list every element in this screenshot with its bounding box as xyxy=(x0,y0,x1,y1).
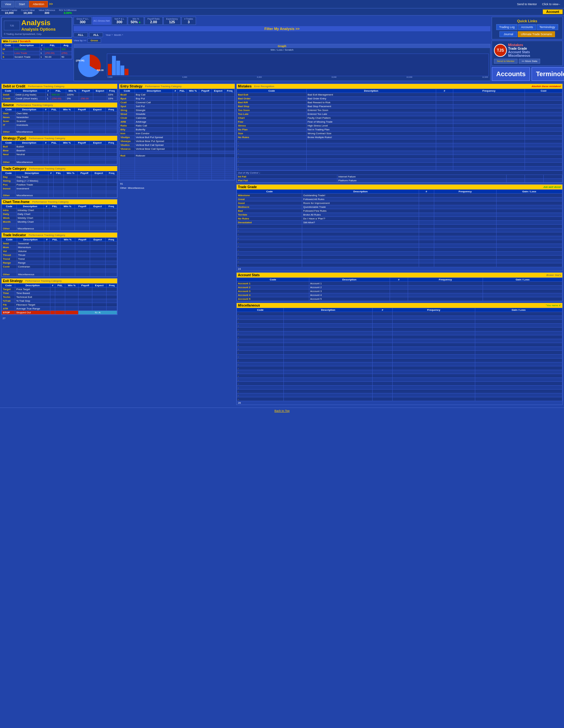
nav-arrow: >> xyxy=(49,2,53,6)
gross-pnl-value: 300 xyxy=(76,20,89,24)
click-to-view-label: Click to view-- xyxy=(542,3,560,6)
year-label: Year ^ xyxy=(106,34,113,36)
gross-view-button[interactable]: Gross xyxy=(87,38,101,43)
account-tab[interactable]: Account xyxy=(543,9,563,14)
mistakes-table: Code Description # Frequency Cost Bad Ex… xyxy=(237,89,562,170)
entry-strategy-title: Entry Strategy xyxy=(120,85,142,88)
account-stats-subtitle: Broker Stat's xyxy=(546,274,561,277)
trade-category-subtitle: Performance Tracking Category xyxy=(29,167,65,170)
entry-footer-num: 91 xyxy=(120,182,123,185)
trading-log-button[interactable]: Trading Log xyxy=(496,24,518,30)
net-pnl-label: Net P & L xyxy=(115,18,124,20)
entry-strategy-table: Code Description # P&L Win % Payoff Expe… xyxy=(119,89,235,180)
win-loss-table: Code Description # P&L Avg. W Win Trade … xyxy=(2,43,72,59)
chart-timeframe-title: Chart Time-frame xyxy=(3,200,30,204)
trade-grade-number: 24 xyxy=(237,267,562,271)
current-value-label: Current Value xyxy=(21,9,35,11)
account-stats-table: Code Description # Frequency Gain / Loss… xyxy=(237,278,562,301)
miscellaneous-subtitle: "You name it" xyxy=(546,304,561,307)
all-button-2[interactable]: ALL xyxy=(89,33,103,37)
strategy-subtitle: Performance Tracking Category xyxy=(29,137,65,140)
mistakes-side-label: Mistakes xyxy=(508,43,530,47)
value-diff-label: Value Difference xyxy=(39,9,55,11)
debit-credit-title: Debit or Credit xyxy=(3,85,25,88)
account-stats-title: Account Stats xyxy=(238,273,259,277)
attention-button[interactable]: Attention xyxy=(29,1,48,7)
quick-links-title: Quick Links xyxy=(494,19,560,23)
win-loss-header-s: Scratch xyxy=(20,40,31,43)
entry-strategy-subtitle: Performance Tracking Category xyxy=(145,85,181,88)
account-capital-value: 10,000 xyxy=(5,11,14,15)
accounts-tab-label: Accounts xyxy=(496,70,526,78)
gross-pnl-label: Gross P & L xyxy=(76,18,89,20)
trade-indicator-subtitle: Performance Tracking Category xyxy=(29,234,65,237)
win-pct-value: 50% xyxy=(131,20,138,24)
terminology-tab-label: Terminology xyxy=(536,70,564,78)
source-table: Code Description # P&L Win % Payoff Expe… xyxy=(2,107,117,134)
mistakes-action: Abolish these mistakes! xyxy=(531,85,561,88)
entry-footer-other: Other xyxy=(120,187,126,189)
app-subtitle: Analysis xyxy=(21,19,55,26)
current-value-value: 10,300 xyxy=(24,11,33,15)
view-button[interactable]: View xyxy=(1,1,15,7)
trade-grade-subtitle: Job well done! xyxy=(543,186,561,188)
value-diff-value: 300 xyxy=(45,11,49,15)
trade-indicator-table: Code Description # P&L Win % Payoff Expe… xyxy=(2,238,117,277)
miscellaneous-table: Code Description # Frequency Gain / Loss… xyxy=(237,308,562,401)
trade-indicator-title: Trade Indicator xyxy=(3,233,26,237)
debit-credit-subtitle: Performance Tracking Category xyxy=(28,85,64,88)
net-pnl-value: 300 xyxy=(115,20,124,24)
journal-button[interactable]: Journal xyxy=(499,31,518,37)
roi-value: 3.00% xyxy=(64,11,72,15)
exit-strategy-title: Exit Strategy xyxy=(3,279,23,283)
int-fail-code: Int Fail xyxy=(237,175,338,179)
more-data-button[interactable]: «« More Data xyxy=(519,59,540,64)
out-of-control-label: Out of My Control ↓ xyxy=(238,171,260,174)
account-capital-label: Account Capital xyxy=(1,9,17,11)
graph-subtitle: Win / Loss / Scratch xyxy=(74,48,490,52)
win-pct-label: Win % xyxy=(131,18,141,20)
win-loss-header-l: Loss xyxy=(11,40,17,43)
plat-fail-code: Plat Fail xyxy=(237,179,338,183)
debit-credit-table: Code Description # P&L Win % Payoff Expe… xyxy=(2,89,117,101)
ac-gross-net-label: AC-Gross-Net xyxy=(94,19,110,22)
int-fail-desc: Internet Failure xyxy=(337,175,506,179)
miscellaneous-title: Miscellaneous xyxy=(238,304,260,307)
view-by-label: View by >> xyxy=(74,39,86,42)
trade-grade-title: Trade Grade xyxy=(238,185,257,189)
graph-title: Graph xyxy=(74,44,490,48)
payoff-label: Payoff Ratio xyxy=(147,18,160,20)
expectancy-value: 125 xyxy=(166,20,178,24)
send-to-mentor-button[interactable]: Send to Mentor xyxy=(494,59,518,64)
copyright-text: © Trading Journal Spreadsheet, Corp. xyxy=(4,33,70,35)
win-loss-header-w: Win xyxy=(3,40,8,43)
trades-value: 3 xyxy=(184,20,193,24)
strategy-title: Strategy (Type) xyxy=(3,137,26,140)
exit-strategy-subtitle: Performance Tracking Category xyxy=(25,279,62,282)
chart-timeframe-table: Code Description # P&L Win % Payoff Expe… xyxy=(2,204,117,231)
month-label: Month ^ xyxy=(114,34,123,36)
terminology-nav-tab[interactable]: Terminology xyxy=(531,67,564,81)
all-button-1[interactable]: ALL xyxy=(74,33,88,37)
trade-grade-table: Code Description # Frequency Gain / Loss… xyxy=(237,189,562,267)
roi-label: ROI % Difference xyxy=(59,9,76,11)
ultimate-button[interactable]: Ultimate Trade Scenario xyxy=(518,31,555,37)
back-to-top-link[interactable]: Back to Top xyxy=(274,409,290,412)
exit-strategy-table: Code Description # P&L Win % Payoff Expe… xyxy=(2,283,117,315)
source-subtitle: Performance Tracking Category xyxy=(16,104,53,106)
filter-analysis-button[interactable]: Filter My Analysis >> xyxy=(264,27,300,31)
account-stats-side-label: Account Stats xyxy=(508,50,530,54)
accounts-nav-tab[interactable]: Accounts xyxy=(492,67,530,81)
trade-category-title: Trade Category xyxy=(3,167,26,170)
expectancy-label: Expectancy xyxy=(166,18,178,20)
entry-footer-misc: Miscellaneous xyxy=(128,187,144,189)
plat-fail-desc: Platform Failure xyxy=(337,179,506,183)
accounts-button[interactable]: Accounts xyxy=(518,24,536,30)
send-to-mentor-label: Send to Mentor xyxy=(517,3,537,6)
app-title: Analysis Options xyxy=(21,27,55,32)
chart-timeframe-subtitle: Performance Tracking Category xyxy=(32,200,69,203)
terminology-button[interactable]: Terminology xyxy=(537,24,558,30)
start-button[interactable]: Start xyxy=(15,1,28,7)
payoff-value: 2.00 xyxy=(147,20,160,24)
mistakes-subtitle: Error Recognition xyxy=(254,85,274,88)
